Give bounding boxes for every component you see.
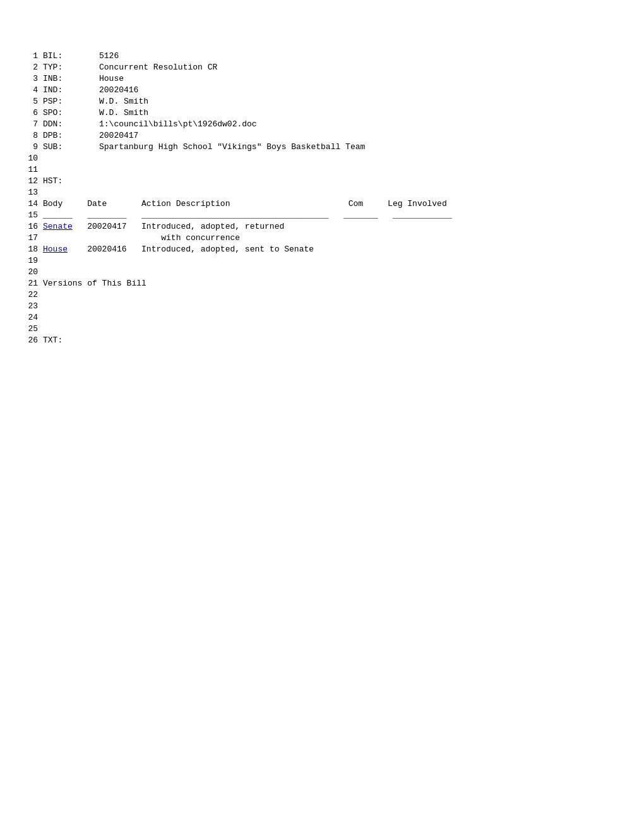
- ind-value: 20020416: [99, 85, 138, 95]
- line-num-3: 3: [25, 73, 43, 85]
- line-7: 7 DDN: 1:\council\bills\pt\1926dw02.doc: [25, 119, 619, 130]
- line-num-7: 7: [25, 119, 43, 130]
- line-num-18: 18: [25, 244, 43, 255]
- typ-label: TYP:: [43, 62, 75, 73]
- table-separator: ______ ________ ________________________…: [43, 210, 619, 221]
- line-12: 12 HST:: [25, 176, 619, 187]
- line-9: 9 SUB: Spartanburg High School "Vikings"…: [25, 142, 619, 153]
- line-24: 24: [25, 312, 619, 323]
- line-21: 21 Versions of This Bill: [25, 278, 619, 289]
- line-17: 17 with concurrence: [25, 233, 619, 244]
- senate-link[interactable]: Senate: [43, 222, 73, 231]
- line-num-11: 11: [25, 164, 43, 176]
- line-3: 3 INB: House: [25, 73, 619, 85]
- line-num-14: 14: [25, 198, 43, 210]
- psp-label: PSP:: [43, 96, 75, 107]
- ind-label: IND:: [43, 85, 75, 96]
- line-26: 26 TXT:: [25, 335, 619, 346]
- bil-label: BIL:: [43, 51, 75, 62]
- line-num-23: 23: [25, 301, 43, 312]
- dpb-value: 20020417: [99, 131, 138, 140]
- line-8: 8 DPB: 20020417: [25, 130, 619, 142]
- line-13: 13: [25, 187, 619, 198]
- typ-value: Concurrent Resolution CR: [99, 63, 217, 72]
- line-num-13: 13: [25, 187, 43, 198]
- line-18: 18 House 20020416 Introduced, adopted, s…: [25, 244, 619, 255]
- line-11: 11: [25, 164, 619, 176]
- line-6: 6 SPO: W.D. Smith: [25, 107, 619, 119]
- line-num-4: 4: [25, 85, 43, 96]
- line-2: 2 TYP: Concurrent Resolution CR: [25, 62, 619, 73]
- line-num-19: 19: [25, 255, 43, 267]
- line-num-2: 2: [25, 62, 43, 73]
- line-16: 16 Senate 20020417 Introduced, adopted, …: [25, 221, 619, 233]
- line-num-12: 12: [25, 176, 43, 187]
- line-num-5: 5: [25, 96, 43, 107]
- line-num-21: 21: [25, 278, 43, 289]
- versions-label: Versions of This Bill: [43, 278, 619, 289]
- sub-label: SUB:: [43, 142, 75, 153]
- line-num-1: 1: [25, 51, 43, 62]
- line-15: 15 ______ ________ _____________________…: [25, 210, 619, 221]
- line-num-22: 22: [25, 289, 43, 301]
- line-4: 4 IND: 20020416: [25, 85, 619, 96]
- line-22: 22: [25, 289, 619, 301]
- ddn-label: DDN:: [43, 119, 75, 130]
- line-23: 23: [25, 301, 619, 312]
- line-num-15: 15: [25, 210, 43, 221]
- line-num-9: 9: [25, 142, 43, 153]
- line-20: 20: [25, 267, 619, 278]
- line-25: 25: [25, 323, 619, 335]
- table-header: Body Date Action Description Com Leg Inv…: [43, 198, 619, 210]
- line-14: 14 Body Date Action Description Com Leg …: [25, 198, 619, 210]
- dpb-label: DPB:: [43, 130, 75, 142]
- line-num-24: 24: [25, 312, 43, 323]
- inb-label: INB:: [43, 73, 75, 85]
- line-1: 1 BIL: 5126: [25, 51, 619, 62]
- inb-value: House: [99, 74, 124, 83]
- sub-value: Spartanburg High School "Vikings" Boys B…: [99, 142, 365, 152]
- spo-label: SPO:: [43, 107, 75, 119]
- line-num-10: 10: [25, 153, 43, 164]
- line-5: 5 PSP: W.D. Smith: [25, 96, 619, 107]
- line-num-17: 17: [25, 233, 43, 244]
- line-10: 10: [25, 153, 619, 164]
- hst-label: HST:: [43, 176, 63, 186]
- document-content: 1 BIL: 5126 2 TYP: Concurrent Resolution…: [25, 51, 619, 346]
- line-19: 19: [25, 255, 619, 267]
- line-num-20: 20: [25, 267, 43, 278]
- house-link[interactable]: House: [43, 245, 68, 254]
- line-num-8: 8: [25, 130, 43, 142]
- spo-value: W.D. Smith: [99, 108, 148, 118]
- line-num-6: 6: [25, 107, 43, 119]
- line-num-25: 25: [25, 323, 43, 335]
- txt-label: TXT:: [43, 335, 63, 345]
- line-num-16: 16: [25, 221, 43, 233]
- ddn-value: 1:\council\bills\pt\1926dw02.doc: [99, 119, 257, 129]
- line-num-26: 26: [25, 335, 43, 346]
- psp-value: W.D. Smith: [99, 97, 148, 106]
- bil-value: 5126: [99, 51, 119, 61]
